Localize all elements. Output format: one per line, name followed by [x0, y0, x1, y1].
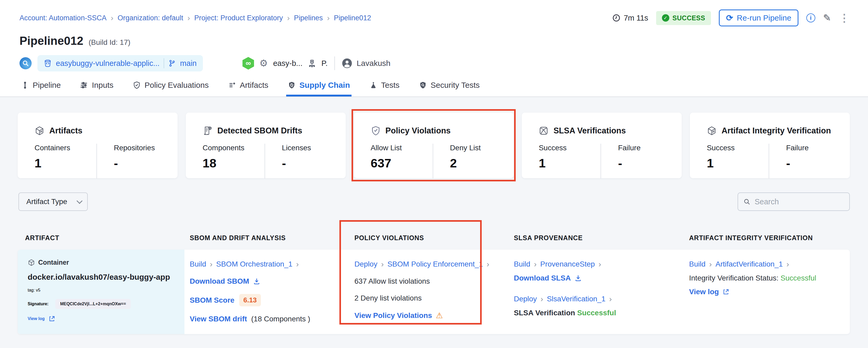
tab-policy-evaluations[interactable]: Policy Evaluations: [131, 80, 210, 96]
download-slsa-link[interactable]: Download SLSA: [514, 274, 571, 282]
policy-stage-link[interactable]: Deploy: [354, 260, 377, 268]
col-header-sbom: SBOM AND DRIFT ANALYSIS: [184, 234, 349, 242]
signature-value[interactable]: MEQCICde2Vjl...L+2+mqnOXw==: [55, 299, 131, 309]
supply-chain-content: Artifacts Containers 1 Repositories -: [0, 97, 868, 348]
breadcrumb-separator: ›: [111, 14, 113, 22]
provenance-step-link[interactable]: ProvenanceStep: [540, 260, 595, 268]
artifact-type-select[interactable]: Artifact Type: [19, 193, 88, 211]
metric-label: Licenses: [282, 144, 344, 152]
shield-check-icon: [371, 126, 381, 136]
trigger-meta: ∞ ⚙ easy-b... P.: [242, 57, 328, 69]
info-icon[interactable]: i: [806, 13, 815, 22]
metric-divider: [600, 144, 601, 178]
metric-value: -: [114, 156, 176, 170]
tab-inputs[interactable]: Inputs: [79, 80, 115, 96]
metric-label: Deny List: [450, 144, 512, 152]
branch-name-link[interactable]: main: [180, 59, 196, 68]
external-link-icon: [49, 315, 55, 322]
sbom-score-link[interactable]: SBOM Score: [190, 296, 235, 304]
slsa-verification-step-link[interactable]: SlsaVerification_1: [547, 295, 606, 303]
metric-divider: [769, 144, 769, 178]
metric-repositories: Repositories -: [114, 144, 176, 178]
view-policy-violations-link[interactable]: View Policy Violations: [354, 311, 432, 320]
metric-value: 2: [450, 156, 512, 170]
chevron-right-icon: ›: [786, 260, 789, 269]
metric-allow-list: Allow List 637: [371, 144, 433, 178]
search-input[interactable]: [755, 198, 844, 206]
metric-divider: [433, 144, 433, 178]
tab-label: Artifacts: [240, 81, 268, 90]
metric-value: 18: [203, 156, 265, 170]
cube-icon: [34, 126, 44, 136]
rerun-pipeline-button[interactable]: ⟳ Re-run Pipeline: [719, 9, 799, 26]
tab-pipeline[interactable]: Pipeline: [20, 80, 62, 96]
tab-tests[interactable]: Tests: [368, 80, 401, 96]
metric-label: Failure: [786, 144, 848, 152]
chevron-right-icon: ›: [487, 260, 489, 269]
tab-label: Pipeline: [33, 81, 61, 90]
sliders-icon: [81, 81, 88, 89]
user-avatar-icon: [342, 58, 352, 68]
cube-icon: [707, 126, 717, 136]
repo-branch-chip: easybuggy-vulnerable-applic... main: [37, 55, 203, 71]
tab-artifacts[interactable]: Artifacts: [227, 80, 270, 96]
breadcrumb-account[interactable]: Account: Automation-SSCA: [20, 14, 106, 22]
breadcrumb-organization[interactable]: Organization: default: [118, 14, 183, 22]
breadcrumb-project[interactable]: Project: Product Exploratory: [194, 14, 283, 22]
metric-value: 1: [34, 156, 96, 170]
breadcrumb: Account: Automation-SSCA › Organization:…: [20, 14, 371, 22]
metric-integrity-success: Success 1: [707, 144, 769, 178]
search-box: [738, 193, 850, 211]
rerun-label: Re-run Pipeline: [737, 13, 791, 22]
tab-supply-chain[interactable]: Supply Chain: [286, 80, 351, 96]
sbom-step-link[interactable]: SBOM Orchestration_1: [216, 260, 292, 268]
sbom-cell: Build › SBOM Orchestration_1 › Download …: [184, 250, 349, 334]
warning-triangle-icon: ⚠: [436, 311, 443, 320]
pipeline-execution-page: Account: Automation-SSCA › Organization:…: [0, 0, 868, 348]
metric-label: Repositories: [114, 144, 176, 152]
chevron-right-icon: ›: [540, 294, 543, 303]
view-sbom-drift-link[interactable]: View SBOM drift: [190, 315, 247, 323]
trigger-stage-name[interactable]: P.: [321, 59, 328, 68]
metric-label: Components: [203, 144, 265, 152]
metric-slsa-success: Success 1: [538, 144, 600, 178]
artifact-integrity-cell: Build › ArtifactVerification_1 › Integri…: [684, 250, 850, 334]
metric-label: Failure: [618, 144, 680, 152]
metric-label: Containers: [34, 144, 96, 152]
repository-icon: [44, 59, 52, 67]
slsa-build-stage-link[interactable]: Build: [514, 260, 530, 268]
trigger-pipeline-name[interactable]: easy-b...: [273, 59, 302, 68]
integrity-step-link[interactable]: ArtifactVerification_1: [715, 260, 783, 268]
title-row: Pipeline012 (Build Id: 17): [20, 34, 848, 48]
meta-row: easybuggy-vulnerable-applic... main ∞ ⚙ …: [20, 54, 848, 73]
allow-list-violations-text: 637 Allow list violations: [354, 277, 508, 286]
security-shield-icon: [419, 81, 427, 89]
breadcrumb-pipelines[interactable]: Pipelines: [294, 14, 323, 22]
artifact-type-label: Artifact Type: [26, 198, 67, 206]
repo-name-link[interactable]: easybuggy-vulnerable-applic...: [56, 59, 159, 68]
sbom-drift-icon: [203, 126, 213, 136]
integrity-status-label: Integrity Verification Status:: [689, 274, 778, 282]
page-title: Pipeline012: [20, 34, 83, 48]
download-sbom-link[interactable]: Download SBOM: [190, 277, 249, 286]
tab-label: Inputs: [92, 81, 114, 90]
slsa-deploy-stage-link[interactable]: Deploy: [514, 295, 537, 303]
execution-duration: 7m 11s: [612, 14, 648, 22]
card-policy-violations: Policy Violations Allow List 637 Deny Li…: [354, 113, 514, 178]
chevron-right-icon: ›: [381, 260, 384, 269]
edit-pencil-icon[interactable]: ✎: [823, 13, 831, 23]
deny-list-violations-text: 2 Deny list violations: [354, 294, 508, 302]
refresh-icon: ⟳: [726, 13, 733, 23]
kebab-menu-icon[interactable]: ⋮: [839, 12, 849, 24]
breadcrumb-pipeline012[interactable]: Pipeline012: [334, 14, 371, 22]
build-id: (Build Id: 17): [89, 38, 130, 47]
metric-value: 1: [538, 156, 600, 170]
metric-value: 1: [707, 156, 769, 170]
view-log-link[interactable]: View log: [689, 288, 719, 296]
integrity-stage-link[interactable]: Build: [689, 260, 705, 268]
tab-security-tests[interactable]: Security Tests: [417, 80, 481, 96]
policy-step-link[interactable]: SBOM Policy Enforcement_1: [388, 260, 483, 268]
sbom-stage-link[interactable]: Build: [190, 260, 206, 268]
view-log-link[interactable]: View log: [28, 316, 45, 321]
integrity-status: Successful: [780, 274, 816, 282]
